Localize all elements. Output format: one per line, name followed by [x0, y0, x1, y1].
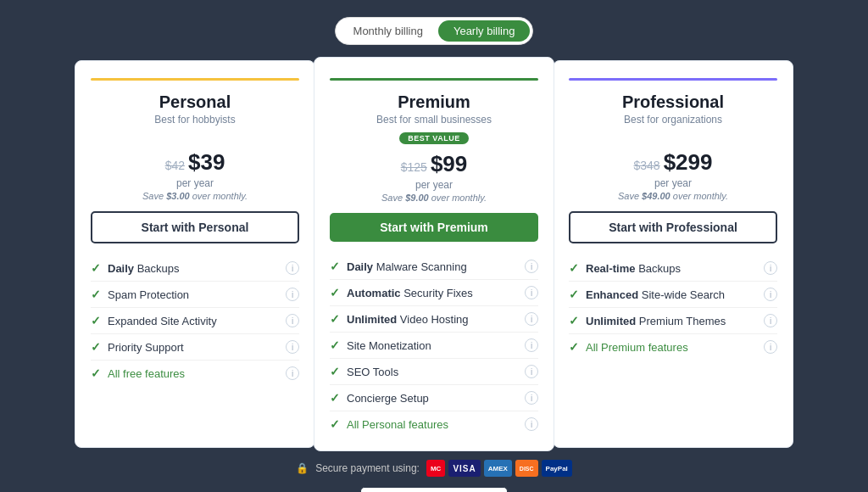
price-new-professional: $299	[664, 149, 713, 176]
list-item: ✓ Unlimited Video Hosting i	[330, 306, 538, 333]
best-value-label: BEST VALUE	[399, 132, 468, 144]
billing-toggle: Monthly billing Yearly billing	[335, 17, 534, 45]
info-icon[interactable]: i	[286, 340, 299, 354]
plan-subtitle-personal: Best for hobbyists	[91, 114, 299, 126]
check-icon: ✓	[91, 314, 101, 327]
discover-badge: DISC	[515, 460, 538, 477]
price-save-professional: Save $49.00 over monthly.	[569, 191, 777, 201]
yearly-billing-btn[interactable]: Yearly billing	[438, 20, 531, 42]
price-new-premium: $99	[431, 151, 467, 177]
list-item: ✓ All Personal features i	[330, 411, 538, 437]
plan-subtitle-premium: Best for small businesses	[330, 114, 538, 126]
info-icon[interactable]: i	[525, 260, 538, 273]
info-icon[interactable]: i	[764, 314, 777, 327]
price-row-premium: $125 $99	[330, 151, 538, 177]
plan-subtitle-professional: Best for organizations	[569, 114, 777, 126]
info-icon[interactable]: i	[286, 288, 299, 301]
check-icon: ✓	[330, 260, 340, 273]
monthly-billing-btn[interactable]: Monthly billing	[338, 20, 438, 42]
check-icon: ✓	[330, 391, 340, 405]
info-icon[interactable]: i	[764, 340, 777, 354]
list-item: ✓ Daily Malware Scanning i	[330, 254, 538, 280]
price-period-professional: per year	[569, 177, 777, 189]
price-row-personal: $42 $39	[91, 149, 299, 176]
check-icon: ✓	[330, 338, 340, 352]
plan-divider-professional	[569, 78, 777, 81]
info-icon[interactable]: i	[764, 261, 777, 275]
check-icon: ✓	[330, 286, 340, 299]
list-item: ✓ SEO Tools i	[330, 359, 538, 385]
info-icon[interactable]: i	[764, 288, 777, 301]
price-new-personal: $39	[188, 149, 225, 176]
amex-badge: AMEX	[484, 460, 512, 477]
check-icon: ✓	[330, 312, 340, 326]
list-item: ✓ Concierge Setup i	[330, 385, 538, 411]
check-icon: ✓	[569, 340, 579, 354]
info-icon[interactable]: i	[525, 338, 538, 352]
plan-divider-personal	[91, 78, 299, 81]
best-value-badge: BEST VALUE	[330, 132, 538, 144]
plan-card-professional: Professional Best for organizations $348…	[553, 60, 793, 448]
price-old-personal: $42	[165, 159, 185, 172]
list-item: ✓ Priority Support i	[91, 334, 299, 361]
price-save-personal: Save $3.00 over monthly.	[91, 191, 299, 201]
info-icon[interactable]: i	[525, 365, 538, 378]
list-item: ✓ Site Monetization i	[330, 333, 538, 359]
feature-list-personal: ✓ Daily Backups i ✓ Spam Protection i ✓ …	[91, 255, 299, 386]
price-old-premium: $125	[401, 160, 427, 174]
start-free-button[interactable]: Start with free →	[360, 487, 507, 492]
check-icon: ✓	[569, 261, 579, 275]
info-icon[interactable]: i	[286, 366, 299, 380]
price-period-personal: per year	[91, 177, 299, 189]
price-row-professional: $348 $299	[569, 149, 777, 176]
start-personal-button[interactable]: Start with Personal	[91, 211, 299, 243]
list-item: ✓ Expanded Site Activity i	[91, 308, 299, 334]
plan-divider-premium	[330, 78, 538, 81]
check-icon: ✓	[569, 314, 579, 327]
feature-list-premium: ✓ Daily Malware Scanning i ✓ Automatic S…	[330, 254, 538, 437]
plan-card-premium: Premium Best for small businesses BEST V…	[314, 57, 554, 451]
info-icon[interactable]: i	[525, 417, 538, 431]
payment-cards: MC VISA AMEX DISC PayPal	[426, 460, 572, 477]
check-icon: ✓	[569, 288, 579, 301]
check-icon: ✓	[91, 261, 101, 275]
plans-container: Personal Best for hobbyists $42 $39 per …	[65, 60, 803, 448]
lock-icon: 🔒	[296, 462, 309, 474]
check-icon: ✓	[91, 366, 101, 380]
list-item: ✓ Real-time Backups i	[569, 255, 777, 282]
mastercard-badge: MC	[426, 460, 445, 477]
info-icon[interactable]: i	[525, 312, 538, 326]
check-icon: ✓	[330, 417, 340, 431]
info-icon[interactable]: i	[525, 391, 538, 405]
feature-list-professional: ✓ Real-time Backups i ✓ Enhanced Site-wi…	[569, 255, 777, 360]
plan-name-professional: Professional	[569, 92, 777, 112]
list-item: ✓ Spam Protection i	[91, 282, 299, 308]
plan-card-personal: Personal Best for hobbyists $42 $39 per …	[75, 60, 315, 448]
price-save-premium: Save $9.00 over monthly.	[330, 193, 538, 203]
list-item: ✓ Unlimited Premium Themes i	[569, 308, 777, 334]
check-icon: ✓	[330, 365, 340, 378]
price-period-premium: per year	[330, 179, 538, 191]
list-item: ✓ All Premium features i	[569, 334, 777, 360]
info-icon[interactable]: i	[286, 314, 299, 327]
plan-name-premium: Premium	[330, 92, 538, 112]
start-premium-button[interactable]: Start with Premium	[330, 213, 538, 242]
secure-text: Secure payment using:	[315, 462, 420, 474]
check-icon: ✓	[91, 288, 101, 301]
price-old-professional: $348	[634, 159, 660, 172]
info-icon[interactable]: i	[286, 261, 299, 275]
info-icon[interactable]: i	[525, 286, 538, 299]
plan-name-personal: Personal	[91, 92, 299, 112]
check-icon: ✓	[91, 340, 101, 354]
list-item: ✓ Automatic Security Fixes i	[330, 280, 538, 306]
list-item: ✓ Enhanced Site-wide Search i	[569, 282, 777, 308]
secure-payment-row: 🔒 Secure payment using: MC VISA AMEX DIS…	[296, 460, 572, 477]
start-professional-button[interactable]: Start with Professional	[569, 211, 777, 243]
list-item: ✓ All free features i	[91, 361, 299, 386]
paypal-badge: PayPal	[542, 460, 572, 477]
list-item: ✓ Daily Backups i	[91, 255, 299, 282]
visa-badge: VISA	[448, 460, 480, 477]
